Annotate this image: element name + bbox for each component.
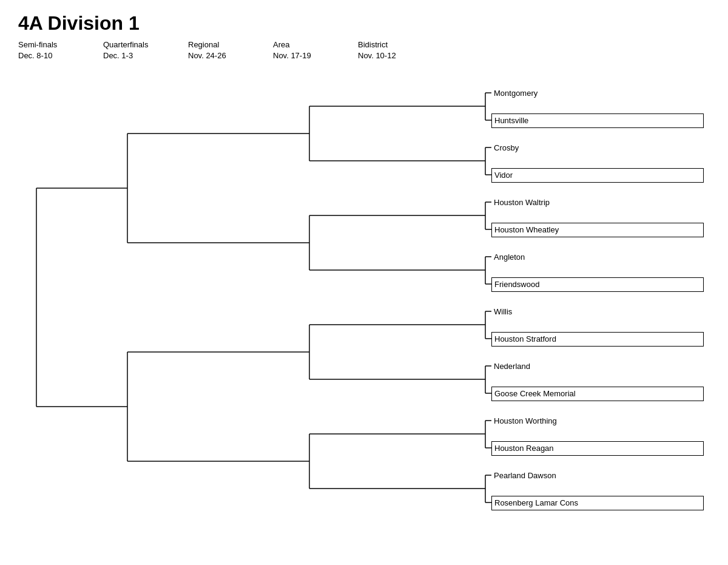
- header-area: Area Nov. 17-19: [273, 39, 358, 61]
- team-name: Crosby: [491, 143, 704, 152]
- team-entry: Angleton: [491, 243, 704, 271]
- team-entry: Crosby: [491, 134, 704, 161]
- team-name: Willis: [491, 307, 704, 316]
- team-entry: Willis: [491, 298, 704, 325]
- team-name: Houston Worthing: [491, 416, 704, 425]
- bracket: MontgomeryHuntsvilleCrosbyVidorHouston W…: [18, 80, 710, 516]
- page-title: 4A Division 1: [18, 12, 710, 35]
- team-name: Houston Wheatley: [491, 223, 704, 237]
- team-entry: Pearland Dawson: [491, 462, 704, 489]
- team-name: Houston Reagan: [491, 441, 704, 456]
- team-name: Houston Waltrip: [491, 198, 704, 207]
- header-quarterfinals: Quarterfinals Dec. 1-3: [103, 39, 188, 61]
- team-name: Houston Stratford: [491, 332, 704, 347]
- team-entry: Houston Stratford: [491, 325, 704, 353]
- team-entry: Nederland: [491, 353, 704, 380]
- header-bidistrict: Bidistrict Nov. 10-12: [358, 39, 443, 61]
- team-entry: Vidor: [491, 161, 704, 189]
- round-headers: Semi-finals Dec. 8-10 Quarterfinals Dec.…: [18, 39, 710, 61]
- team-name: Friendswood: [491, 277, 704, 292]
- team-entry: Montgomery: [491, 80, 704, 107]
- team-name: Angleton: [491, 252, 704, 262]
- team-name: Pearland Dawson: [491, 471, 704, 480]
- header-semifinals: Semi-finals Dec. 8-10: [18, 39, 103, 61]
- team-entry: Houston Reagan: [491, 435, 704, 462]
- team-entry: Friendswood: [491, 271, 704, 298]
- team-entry: Rosenberg Lamar Cons: [491, 489, 704, 516]
- team-name: Huntsville: [491, 113, 704, 128]
- team-entry: Houston Waltrip: [491, 189, 704, 216]
- team-name: Vidor: [491, 168, 704, 183]
- team-entry: Houston Wheatley: [491, 216, 704, 243]
- team-entry: Huntsville: [491, 107, 704, 134]
- team-name: Montgomery: [491, 89, 704, 98]
- team-name: Goose Creek Memorial: [491, 387, 704, 401]
- team-name: Nederland: [491, 362, 704, 371]
- team-name: Rosenberg Lamar Cons: [491, 496, 704, 510]
- header-regional: Regional Nov. 24-26: [188, 39, 273, 61]
- team-entry: Goose Creek Memorial: [491, 380, 704, 407]
- team-entry: Houston Worthing: [491, 407, 704, 435]
